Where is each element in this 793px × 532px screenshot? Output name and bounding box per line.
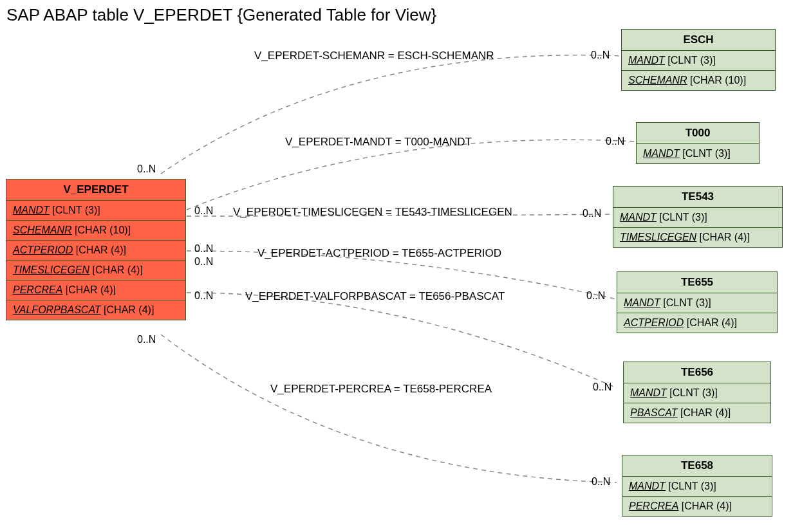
field-type: [CLNT (3)]: [659, 212, 707, 223]
field-type: [CHAR (4)]: [93, 264, 143, 275]
entity-header: TE658: [622, 455, 772, 477]
field-name: MANDT: [643, 148, 680, 159]
cardinality-left-r5: 0..N: [194, 290, 213, 302]
cardinality-right-r3: 0..N: [583, 208, 601, 219]
cardinality-right-r5: 0..N: [593, 381, 611, 393]
field-type: [CLNT (3)]: [52, 205, 100, 216]
entity-field: VALFORPBASCAT [CHAR (4)]: [6, 300, 185, 320]
field-type: [CHAR (4)]: [682, 500, 732, 511]
relation-label-t000: V_EPERDET-MANDT = T000-MANDT: [285, 136, 472, 149]
field-name: PBASCAT: [630, 407, 678, 418]
field-type: [CHAR (10)]: [75, 225, 131, 235]
cardinality-right-r4: 0..N: [586, 290, 605, 302]
entity-field: PERCREA [CHAR (4)]: [622, 497, 772, 516]
entity-header: TE656: [624, 362, 770, 383]
entity-header: ESCH: [622, 30, 775, 51]
cardinality-right-r2: 0..N: [606, 136, 624, 147]
cardinality-left-r4: 0..N: [194, 256, 213, 268]
relation-label-te656: V_EPERDET-VALFORPBASCAT = TE656-PBASCAT: [245, 290, 505, 303]
entity-field: MANDT [CLNT (3)]: [622, 477, 772, 497]
entity-field: MANDT [CLNT (3)]: [624, 383, 770, 403]
field-type: [CLNT (3)]: [668, 481, 716, 491]
entity-field: SCHEMANR [CHAR (10)]: [622, 71, 775, 90]
entity-field: MANDT [CLNT (3)]: [637, 144, 759, 163]
entity-header: TE655: [617, 272, 777, 293]
field-type: [CHAR (4)]: [687, 317, 737, 328]
cardinality-left-r6: 0..N: [137, 334, 156, 345]
entity-field: ACTPERIOD [CHAR (4)]: [6, 241, 185, 261]
relation-label-esch: V_EPERDET-SCHEMANR = ESCH-SCHEMANR: [254, 50, 494, 62]
field-name: MANDT: [624, 297, 660, 308]
cardinality-right-r6: 0..N: [592, 476, 610, 488]
entity-field: MANDT [CLNT (3)]: [613, 208, 782, 228]
entity-field: MANDT [CLNT (3)]: [6, 201, 185, 221]
entity-esch: ESCH MANDT [CLNT (3)] SCHEMANR [CHAR (10…: [621, 29, 776, 91]
entity-field: TIMESLICEGEN [CHAR (4)]: [6, 261, 185, 280]
entity-field: MANDT [CLNT (3)]: [617, 293, 777, 313]
field-type: [CHAR (4)]: [680, 407, 731, 418]
field-name: MANDT: [630, 387, 667, 398]
field-name: PERCREA: [629, 500, 678, 511]
field-name: PERCREA: [13, 284, 62, 295]
field-name: ACTPERIOD: [13, 244, 73, 255]
page-title: SAP ABAP table V_EPERDET {Generated Tabl…: [6, 5, 436, 25]
field-name: ACTPERIOD: [624, 317, 684, 328]
field-type: [CLNT (3)]: [669, 387, 717, 398]
entity-header: T000: [637, 123, 759, 144]
relation-label-te543: V_EPERDET-TIMESLICEGEN = TE543-TIMESLICE…: [233, 206, 512, 219]
field-type: [CHAR (4)]: [76, 244, 126, 255]
field-name: MANDT: [620, 212, 657, 223]
field-type: [CHAR (4)]: [104, 304, 154, 315]
entity-v-eperdet: V_EPERDET MANDT [CLNT (3)] SCHEMANR [CHA…: [6, 179, 186, 320]
cardinality-left-r3: 0..N: [194, 243, 213, 255]
entity-te655: TE655 MANDT [CLNT (3)] ACTPERIOD [CHAR (…: [617, 271, 778, 333]
field-name: VALFORPBASCAT: [13, 304, 101, 315]
field-name: MANDT: [629, 481, 666, 491]
entity-field: MANDT [CLNT (3)]: [622, 51, 775, 71]
relation-label-te658: V_EPERDET-PERCREA = TE658-PERCREA: [270, 383, 492, 396]
entity-te658: TE658 MANDT [CLNT (3)] PERCREA [CHAR (4)…: [622, 455, 772, 517]
field-name: TIMESLICEGEN: [620, 232, 696, 243]
field-type: [CHAR (10)]: [690, 75, 746, 86]
cardinality-right-r1: 0..N: [591, 50, 610, 61]
field-name: SCHEMANR: [628, 75, 687, 86]
field-name: MANDT: [628, 55, 665, 66]
entity-header: V_EPERDET: [6, 179, 185, 201]
entity-field: ACTPERIOD [CHAR (4)]: [617, 313, 777, 333]
entity-field: PBASCAT [CHAR (4)]: [624, 403, 770, 423]
field-type: [CLNT (3)]: [667, 55, 715, 66]
field-type: [CLNT (3)]: [663, 297, 711, 308]
entity-field: SCHEMANR [CHAR (10)]: [6, 221, 185, 241]
field-type: [CLNT (3)]: [682, 148, 730, 159]
entity-te543: TE543 MANDT [CLNT (3)] TIMESLICEGEN [CHA…: [613, 186, 783, 248]
cardinality-left-r2: 0..N: [194, 205, 213, 217]
entity-t000: T000 MANDT [CLNT (3)]: [636, 122, 760, 164]
field-name: TIMESLICEGEN: [13, 264, 89, 275]
field-name: SCHEMANR: [13, 225, 72, 235]
field-type: [CHAR (4)]: [66, 284, 116, 295]
relation-label-te655: V_EPERDET-ACTPERIOD = TE655-ACTPERIOD: [257, 247, 501, 260]
entity-field: TIMESLICEGEN [CHAR (4)]: [613, 228, 782, 247]
field-name: MANDT: [13, 205, 50, 216]
cardinality-left-r1: 0..N: [137, 163, 156, 175]
entity-te656: TE656 MANDT [CLNT (3)] PBASCAT [CHAR (4)…: [623, 362, 771, 423]
entity-field: PERCREA [CHAR (4)]: [6, 280, 185, 300]
field-type: [CHAR (4)]: [700, 232, 750, 243]
entity-header: TE543: [613, 187, 782, 208]
